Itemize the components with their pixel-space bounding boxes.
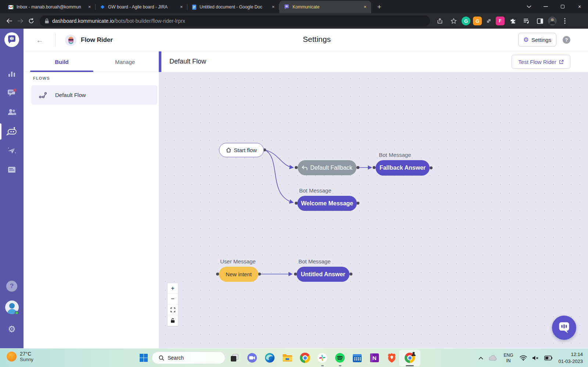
wifi-icon[interactable] — [520, 355, 527, 361]
flows-panel: Build Manage FLOWS Default Flow — [24, 51, 159, 348]
node-start-flow[interactable]: Start flow — [219, 143, 264, 157]
sidebar-active-indicator — [0, 123, 1, 140]
sidebar-item-bot-builder[interactable] — [0, 124, 24, 139]
lock-button[interactable] — [168, 315, 178, 326]
start-button[interactable] — [138, 352, 149, 363]
external-link-icon — [559, 60, 564, 64]
tab-search-chevron-icon[interactable] — [520, 0, 537, 13]
sidebar-item-users[interactable] — [0, 105, 24, 119]
node-untitled-answer[interactable]: Untitled Answer — [297, 267, 349, 282]
onedrive-cloud-icon[interactable] — [488, 355, 497, 361]
node-fallback-answer[interactable]: Fallback Answer — [376, 160, 430, 176]
flow-icon — [39, 92, 47, 98]
test-flow-rider-button[interactable]: Test Flow Rider — [512, 55, 570, 69]
kommunicate-logo[interactable] — [4, 32, 19, 47]
browser-tab-strip: Inbox - manab.boruah@kommun × GW board -… — [0, 0, 588, 13]
chrome-button[interactable] — [300, 352, 311, 363]
language-indicator[interactable]: ENG IN — [503, 353, 513, 364]
flows-section-label: FLOWS — [33, 76, 50, 80]
address-bar[interactable]: dashboard.kommunicate.io/bots/bot-builde… — [40, 15, 430, 26]
sidebar-item-conversations[interactable] — [0, 86, 24, 100]
node-label: Welcome Message — [301, 200, 353, 207]
tab-close-icon[interactable]: × — [362, 4, 368, 10]
orange-g-extension-icon[interactable]: G — [473, 17, 482, 25]
chrome-active-button[interactable] — [404, 352, 415, 363]
sidebar-item-campaigns[interactable] — [0, 143, 24, 158]
fit-view-button[interactable] — [168, 305, 178, 315]
profile-avatar[interactable] — [548, 17, 557, 25]
help-icon[interactable]: ? — [563, 36, 570, 44]
canvas-header: Default Flow Test Flow Rider — [159, 51, 588, 72]
rocket-icon — [7, 147, 17, 155]
onenote-icon: N — [370, 353, 379, 363]
flow-canvas[interactable]: Start flow Default Fallback Bot Message … — [159, 72, 588, 348]
node-welcome-message[interactable]: Welcome Message — [297, 196, 357, 211]
tab-manage[interactable]: Manage — [93, 51, 157, 72]
sidebar-help-icon[interactable]: ? — [6, 281, 17, 292]
tab-close-icon[interactable]: × — [86, 4, 93, 10]
file-explorer-button[interactable] — [282, 352, 293, 363]
tab-google-docs[interactable]: Untitled document - Google Doc × — [187, 1, 279, 13]
bookmark-star-icon[interactable] — [448, 15, 459, 26]
chrome-icon — [300, 353, 310, 363]
extensions-puzzle-icon[interactable] — [507, 15, 518, 26]
flow-list-item-default[interactable]: Default Flow — [31, 85, 157, 105]
back-icon[interactable] — [4, 15, 15, 26]
settings-button[interactable]: ⚙ Settings — [518, 33, 556, 47]
spotify-running-indicator — [339, 365, 341, 366]
tray-chevron-icon[interactable] — [478, 357, 483, 360]
calendar-button[interactable] — [352, 352, 363, 363]
zoom-in-button[interactable]: + — [168, 283, 178, 294]
slack-button[interactable] — [317, 352, 328, 363]
app-sidebar: ? ⚙ — [0, 29, 24, 348]
tab-gmail[interactable]: Inbox - manab.boruah@kommun × — [4, 1, 96, 13]
volume-muted-icon[interactable] — [532, 355, 539, 361]
new-tab-button[interactable]: + — [374, 2, 384, 12]
battery-icon[interactable] — [544, 356, 552, 360]
onenote-button[interactable]: N — [369, 352, 380, 363]
gray-arrow-extension-icon[interactable] — [484, 17, 493, 25]
close-button[interactable]: × — [571, 0, 588, 13]
conversations-icon — [7, 89, 17, 97]
spotify-button[interactable] — [334, 352, 345, 363]
url-host: dashboard.kommunicate.io — [52, 18, 114, 24]
browser-menu-icon[interactable] — [559, 15, 570, 26]
clock-date: 01-03-2023 — [559, 358, 583, 365]
node-label: Default Fallback — [310, 165, 352, 171]
zoom-out-button[interactable]: − — [168, 294, 178, 305]
tab-jira[interactable]: GW board - Agile board - JIRA × — [96, 1, 187, 13]
playlist-extension-icon[interactable] — [521, 15, 532, 26]
tab-kommunicate-active[interactable]: Kommunicate × — [279, 1, 371, 13]
tab-build[interactable]: Build — [30, 51, 93, 72]
taskbar-weather-widget[interactable]: 27°C Sunny — [7, 351, 33, 362]
reload-icon[interactable] — [26, 15, 37, 26]
edge-icon — [265, 353, 275, 363]
taskbar-search[interactable]: Search — [152, 352, 225, 364]
pink-f-extension-icon[interactable]: F — [496, 17, 505, 25]
tab-close-icon[interactable]: × — [270, 4, 276, 10]
language-line2: IN — [503, 358, 513, 364]
share-icon[interactable] — [434, 15, 445, 26]
page-title: Settings — [24, 35, 588, 44]
minimize-button[interactable] — [537, 0, 554, 13]
taskbar-clock[interactable]: 12:14 01-03-2023 — [559, 351, 583, 364]
windows-logo-icon — [139, 353, 148, 362]
teams-chat-button[interactable] — [247, 352, 258, 363]
tab-title: Kommunicate — [293, 4, 359, 10]
task-view-button[interactable] — [229, 352, 240, 363]
sidebar-settings-icon[interactable]: ⚙ — [0, 323, 24, 336]
canvas-title: Default Flow — [169, 58, 206, 65]
node-default-fallback[interactable]: Default Fallback — [298, 160, 356, 175]
forward-icon[interactable] — [15, 15, 26, 26]
chat-widget-button[interactable] — [552, 316, 576, 340]
edge-button[interactable] — [264, 352, 275, 363]
brave-button[interactable] — [386, 352, 397, 363]
node-new-intent[interactable]: New intent — [219, 267, 258, 282]
grammarly-extension-icon[interactable]: G — [462, 17, 470, 25]
maximize-button[interactable] — [554, 0, 571, 13]
sidebar-item-knowledge-base[interactable] — [0, 162, 24, 177]
tab-close-icon[interactable]: × — [178, 4, 184, 10]
sidebar-item-analytics[interactable] — [0, 66, 24, 81]
active-tab-underline — [30, 71, 93, 72]
side-panel-icon[interactable] — [534, 15, 545, 26]
